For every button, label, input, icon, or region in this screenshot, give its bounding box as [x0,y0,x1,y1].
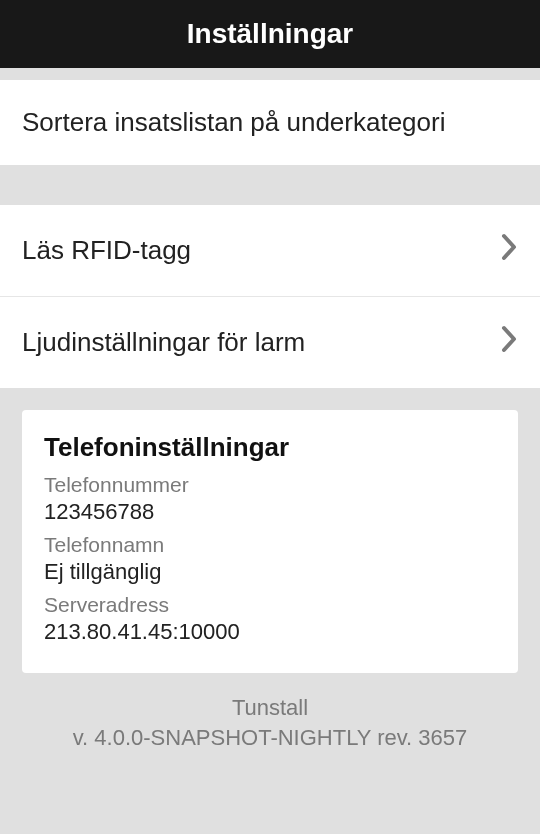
chevron-right-icon [500,232,518,269]
server-address-value: 213.80.41.45:10000 [44,619,496,645]
phone-number-label: Telefonnummer [44,473,496,497]
section-gap [0,165,540,193]
row-sort-subcategory[interactable]: Sortera insatslistan på underkategori [0,80,540,165]
footer-version: v. 4.0.0-SNAPSHOT-NIGHTLY rev. 3657 [0,723,540,753]
phone-number-value: 123456788 [44,499,496,525]
row-label: Ljudinställningar för larm [22,327,305,358]
card-title: Telefoninställningar [44,432,496,463]
server-address-label: Serveradress [44,593,496,617]
chevron-right-icon [500,324,518,361]
row-label: Läs RFID-tagg [22,235,191,266]
footer: Tunstall v. 4.0.0-SNAPSHOT-NIGHTLY rev. … [0,693,540,752]
phone-name-value: Ej tillgänglig [44,559,496,585]
row-sound-settings[interactable]: Ljudinställningar för larm [0,296,540,388]
row-read-rfid[interactable]: Läs RFID-tagg [0,205,540,296]
phone-name-label: Telefonnamn [44,533,496,557]
phone-settings-card: Telefoninställningar Telefonnummer 12345… [22,410,518,673]
header: Inställningar [0,0,540,68]
row-label: Sortera insatslistan på underkategori [22,107,445,138]
settings-list-2: Läs RFID-tagg Ljudinställningar för larm [0,205,540,388]
settings-list-1: Sortera insatslistan på underkategori [0,80,540,165]
page-title: Inställningar [187,18,353,50]
footer-brand: Tunstall [0,693,540,723]
